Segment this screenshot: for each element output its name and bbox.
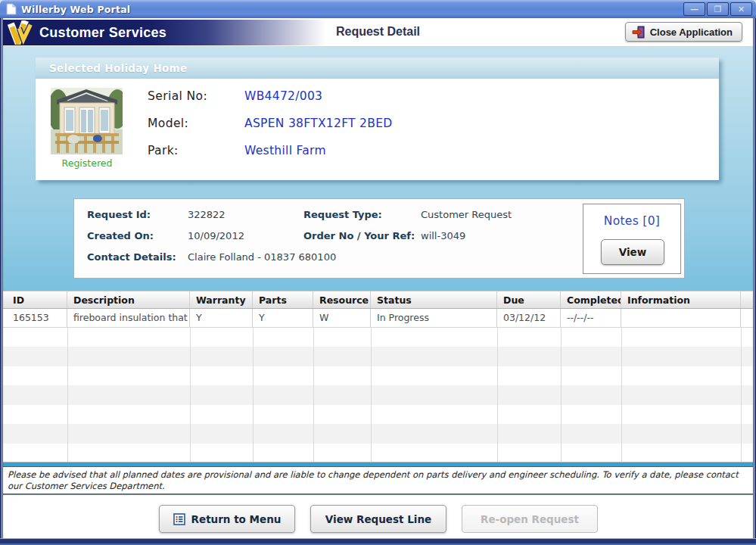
document-icon — [6, 3, 17, 15]
window-title: Willerby Web Portal — [21, 4, 130, 15]
row-warranty: Y — [190, 309, 253, 327]
close-application-button[interactable]: Close Application — [625, 22, 742, 42]
column-header-warranty: Warranty — [190, 291, 253, 308]
view-request-line-button[interactable]: View Request Line — [310, 505, 446, 533]
row-completed: --/--/-- — [561, 309, 621, 327]
window-frame-left — [0, 18, 3, 545]
close-application-label: Close Application — [650, 26, 733, 38]
column-header-id: ID — [3, 291, 67, 308]
created-on-label: Created On: — [87, 230, 154, 241]
notes-box: Notes [0] View — [583, 204, 681, 274]
reopen-request-button[interactable]: Re-open Request — [462, 505, 598, 533]
order-no-label: Order No / Your Ref: — [303, 230, 415, 241]
order-no-value: will-3049 — [421, 230, 465, 241]
app-header: Customer Services Request Detail Close A… — [2, 18, 754, 47]
request-type-label: Request Type: — [303, 209, 382, 220]
row-parts: Y — [253, 309, 313, 327]
close-button[interactable]: ✕ — [730, 2, 752, 16]
column-header-information: Information — [621, 291, 741, 308]
column-header-description: Description — [67, 291, 190, 308]
provisional-dates-note: Please be advised that all planned dates… — [3, 466, 753, 494]
column-header-spacer — [741, 291, 753, 308]
request-details-panel: Request Id: 322822 Created On: 10/09/201… — [73, 198, 685, 279]
table-row[interactable]: 165153 fireboard insulation that Y Y W I… — [3, 309, 753, 328]
request-lines-table: ID Description Warranty Parts Resource S… — [3, 291, 753, 462]
table-header-row: ID Description Warranty Parts Resource S… — [3, 291, 753, 309]
view-request-line-label: View Request Line — [325, 513, 431, 525]
maximize-button[interactable]: ❐ — [707, 2, 729, 16]
column-header-status: Status — [371, 291, 497, 308]
row-information — [621, 309, 741, 327]
contact-details-value: Claire Folland - 01837 680100 — [188, 251, 336, 263]
registered-status-label: Registered — [42, 157, 132, 169]
row-id: 165153 — [3, 309, 67, 327]
column-header-parts: Parts — [253, 291, 313, 308]
window-frame-bottom — [0, 538, 756, 545]
holiday-home-photo — [51, 88, 123, 154]
notes-count-label: Notes [0] — [583, 214, 680, 228]
return-to-menu-button[interactable]: Return to Menu — [159, 505, 295, 533]
exit-door-icon — [632, 26, 645, 39]
model-value: ASPEN 38FTX12FT 2BED — [244, 117, 393, 130]
title-bar[interactable]: Willerby Web Portal — ❐ ✕ — [0, 0, 756, 18]
request-id-value: 322822 — [188, 209, 226, 220]
request-id-label: Request Id: — [87, 209, 151, 220]
row-status: In Progress — [371, 309, 497, 327]
serial-no-value: WB4472/003 — [244, 89, 322, 103]
row-due: 03/12/12 — [497, 309, 561, 327]
app-window: Willerby Web Portal — ❐ ✕ Customer Servi… — [0, 0, 756, 545]
serial-no-label: Serial No: — [148, 89, 244, 103]
table-empty-area — [3, 328, 753, 462]
selected-holiday-home-panel: Selected Holiday Home — [36, 58, 719, 180]
row-spacer — [741, 309, 753, 327]
window-frame-right — [753, 18, 756, 545]
request-type-value: Customer Request — [421, 209, 512, 220]
model-label: Model: — [148, 117, 244, 130]
section-title: Selected Holiday Home — [36, 58, 719, 79]
menu-list-icon — [173, 513, 185, 525]
column-header-completed: Completed — [561, 291, 621, 308]
column-header-resource: Resource — [313, 291, 371, 308]
column-header-due: Due — [497, 291, 561, 308]
created-on-value: 10/09/2012 — [188, 230, 244, 241]
actions-bar: Return to Menu View Request Line Re-open… — [3, 495, 753, 538]
reopen-request-label: Re-open Request — [481, 513, 579, 525]
park-label: Park: — [148, 144, 244, 157]
park-value: Westhill Farm — [244, 144, 326, 157]
return-to-menu-label: Return to Menu — [191, 513, 282, 525]
row-description: fireboard insulation that — [67, 309, 190, 327]
contact-details-label: Contact Details: — [87, 251, 176, 263]
view-notes-button[interactable]: View — [601, 239, 664, 265]
row-resource: W — [313, 309, 371, 327]
minimize-button[interactable]: — — [683, 2, 705, 16]
